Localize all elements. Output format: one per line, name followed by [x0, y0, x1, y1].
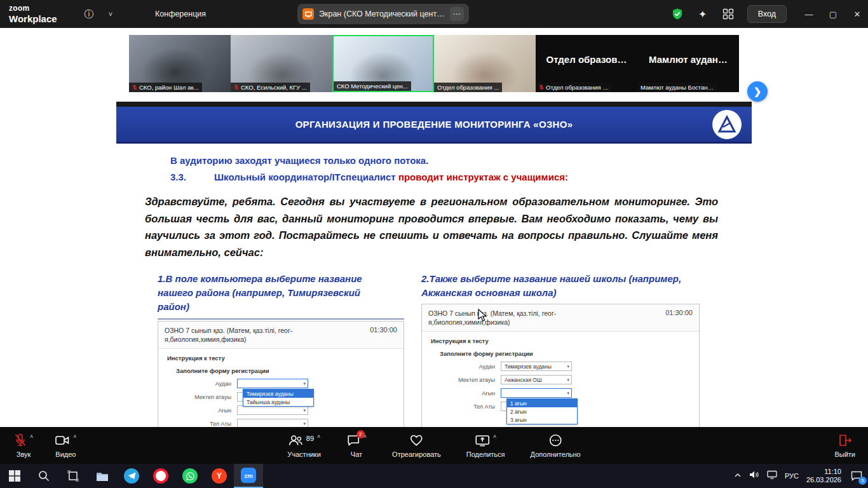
- point-text-red: проводит инструктаж с учащимися:: [396, 172, 568, 182]
- audan-select[interactable]: ▾: [237, 379, 308, 388]
- participant-name-tag: СКО, Есильский, КГУ ...: [231, 83, 310, 92]
- video-control[interactable]: ˄ Видео: [55, 433, 76, 458]
- mic-muted-icon: [14, 433, 27, 450]
- maximize-button[interactable]: ▢: [822, 0, 844, 28]
- test-body: Инструкция к тесту Заполните форму регис…: [422, 332, 699, 421]
- active-speaker-tile[interactable]: СКО Методический цен...: [332, 35, 434, 92]
- field-label: Ағын: [431, 390, 501, 396]
- participant-novideo-tile[interactable]: Мамлют аудан… Мамлют ауданы Бостан…: [637, 35, 739, 92]
- agyn-select[interactable]: ▾: [237, 405, 308, 415]
- start-button[interactable]: [0, 464, 29, 488]
- video-strip: СКО, район Шал ак... СКО, Есильский, КГУ…: [0, 28, 868, 102]
- form-row-audan: Аудан Тимирязев ауданы ▾: [431, 362, 690, 371]
- participant-name: СКО, Есильский, КГУ ...: [241, 84, 307, 91]
- step2-heading: 2.Также выберите название нашей школы (н…: [421, 272, 706, 300]
- notification-badge: 5: [858, 477, 867, 485]
- more-control[interactable]: Дополнительно: [531, 433, 581, 458]
- share-options-caret[interactable]: ˄: [493, 434, 496, 440]
- windows-taskbar: Y zm РУС 11:10 26.03.2026 5: [0, 464, 868, 488]
- apps-grid-icon[interactable]: [717, 0, 740, 28]
- task-view-icon[interactable]: [58, 464, 88, 488]
- search-icon[interactable]: [29, 464, 58, 488]
- share-label: Поделиться: [466, 451, 505, 458]
- field-label: Тел Аты: [167, 421, 237, 427]
- zoom-app-icon[interactable]: zm: [234, 464, 263, 488]
- participant-big-name: Отдел образов…: [536, 35, 637, 83]
- test-body: Инструкция к тесту Заполните форму регис…: [158, 349, 403, 427]
- mektep-select[interactable]: Акжанская ОШ ▾: [501, 375, 572, 384]
- clock-date: 26.03.2026: [806, 476, 841, 484]
- video-options-caret[interactable]: ˄: [73, 434, 76, 440]
- yandex-browser-icon[interactable]: Y: [205, 464, 234, 488]
- slide-banner: ОРГАНИЗАЦИЯ И ПРОВЕДЕНИЕ МОНИТОРИНГА «ОЗ…: [116, 107, 752, 144]
- tab-screen-share[interactable]: Экран (СКО Методический цент… ⋯: [297, 4, 469, 24]
- slide-title: ОРГАНИЗАЦИЯ И ПРОВЕДЕНИЕ МОНИТОРИНГА «ОЗ…: [295, 119, 573, 130]
- dropdown-option-selected[interactable]: Тимирязев ауданы: [243, 390, 313, 398]
- muted-mic-icon: [234, 85, 239, 90]
- participants-control[interactable]: 89 ˄ Участники: [287, 433, 321, 458]
- test-title: ОЗНО 7 сынып қаз. (Матем, қаз.тілі, геог…: [165, 326, 323, 344]
- security-shield-icon[interactable]: [666, 0, 689, 28]
- tab-options-button[interactable]: ⋯: [450, 7, 464, 21]
- tab-conference[interactable]: Конференция: [155, 0, 206, 28]
- mic-label: Звук: [17, 451, 31, 458]
- audan-dropdown: Тимирязев ауданы Тайынша ауданы: [243, 389, 314, 407]
- telegram-icon[interactable]: [117, 464, 146, 488]
- slide-intro-line: В аудиторию заходят учащиеся только одно…: [170, 155, 428, 166]
- chat-control[interactable]: 2 ˄ Чат: [346, 433, 367, 458]
- dropdown-option[interactable]: 2 ағын: [507, 407, 577, 416]
- more-ellipsis-icon: [548, 433, 562, 450]
- participant-name: Отдел образования …: [546, 84, 609, 91]
- taskbar-clock[interactable]: 11:10 26.03.2026: [806, 468, 841, 484]
- action-center-icon[interactable]: 5: [849, 468, 864, 484]
- tel-aty-select[interactable]: ▾: [237, 419, 308, 427]
- leave-meeting-control[interactable]: Выйти: [834, 433, 855, 458]
- audan-select[interactable]: Тимирязев ауданы ▾: [501, 362, 572, 371]
- opera-icon[interactable]: [146, 464, 175, 488]
- slide-top-border: [116, 102, 752, 107]
- select-caret-icon: ▾: [567, 391, 569, 395]
- form-row-tel-aty: Тел Аты ▾: [167, 419, 395, 427]
- agyn-select[interactable]: ▾: [501, 388, 572, 398]
- whatsapp-icon[interactable]: [175, 464, 205, 488]
- tray-chevron-up-icon[interactable]: [734, 470, 742, 482]
- participant-video-tile[interactable]: СКО, район Шал ак...: [129, 35, 231, 92]
- titlebar-right-cluster: ✦ Вход — ▢ ✕: [666, 0, 868, 28]
- minimize-button[interactable]: —: [798, 0, 820, 28]
- test-header: ОЗНО 7 сынып қаз. (Матем, қаз.тілі, геог…: [158, 322, 403, 349]
- participant-novideo-tile[interactable]: Отдел образов… Отдел образования …: [536, 35, 637, 92]
- info-icon[interactable]: ⓘ: [80, 0, 98, 28]
- participant-video-tile[interactable]: СКО, Есильский, КГУ ...: [231, 35, 332, 92]
- dropdown-option[interactable]: 3 ағын: [507, 416, 577, 424]
- video-label: Видео: [55, 451, 76, 458]
- test-screenshot-right: ОЗНО 7 сынып қаз. (Матем, қаз.тілі, геог…: [421, 304, 700, 427]
- language-indicator[interactable]: РУС: [785, 472, 799, 480]
- step1-divider: [158, 318, 404, 320]
- ai-companion-icon[interactable]: ✦: [691, 0, 714, 28]
- next-participants-button[interactable]: ❯: [747, 81, 768, 102]
- participants-options-caret[interactable]: ˄: [317, 434, 320, 440]
- mouse-cursor: [478, 309, 488, 323]
- share-screen-control[interactable]: ˄ Поделиться: [466, 433, 505, 458]
- participant-name: СКО, район Шал ак...: [139, 84, 199, 91]
- display-icon[interactable]: [767, 470, 777, 482]
- registration-form-label: Заполните форму регистрации: [176, 367, 395, 374]
- mic-options-caret[interactable]: ˄: [30, 434, 33, 440]
- close-button[interactable]: ✕: [846, 0, 868, 28]
- tab-screen-label: Экран (СКО Методический цент…: [319, 10, 445, 18]
- file-explorer-icon[interactable]: [88, 464, 117, 488]
- mic-control[interactable]: ˄ Звук: [14, 433, 33, 458]
- login-button[interactable]: Вход: [747, 5, 787, 23]
- form-row-agyn: Ағын ▾ 1 ағын 2 ағын 3 ағын: [431, 388, 690, 398]
- reactions-control[interactable]: Отреагировать: [392, 433, 441, 458]
- field-label: Аудан: [431, 363, 501, 370]
- clock-time: 11:10: [806, 468, 841, 476]
- form-row-audan: Аудан ▾ Тимирязев ауданы Тайынша ауданы: [167, 379, 395, 388]
- slide-speech-paragraph: Здравствуйте, ребята. Сегодня вы участву…: [145, 193, 718, 261]
- volume-icon[interactable]: [749, 470, 759, 482]
- dropdown-option[interactable]: Тайынша ауданы: [243, 398, 313, 406]
- chevron-down-icon[interactable]: ˅: [103, 0, 118, 28]
- participant-video-tile[interactable]: Отдел образования ...: [434, 35, 536, 92]
- dropdown-option-selected[interactable]: 1 ағын: [507, 399, 577, 407]
- test-title: ОЗНО 7 сынып қаз. (Матем, қаз.тілі, геог…: [428, 309, 613, 327]
